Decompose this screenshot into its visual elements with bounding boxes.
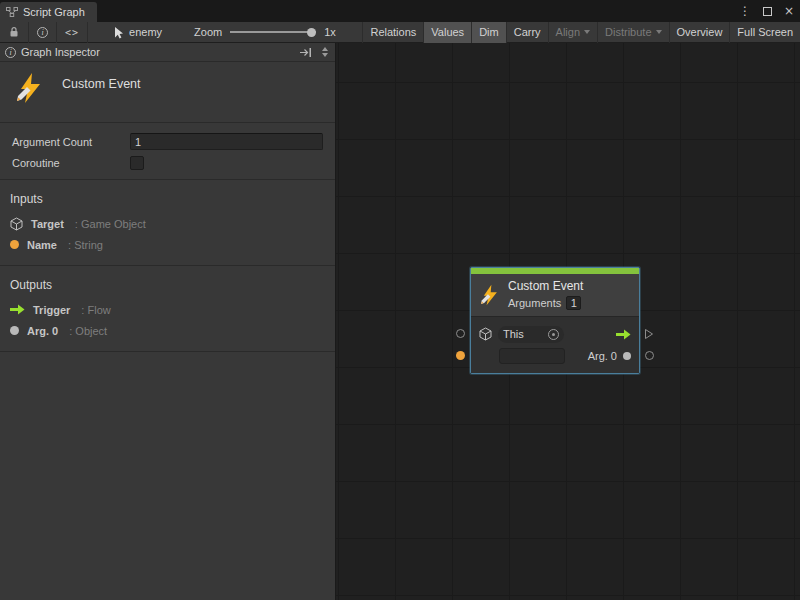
window-controls: ⋮ ×	[739, 0, 794, 22]
arg0-input[interactable]	[499, 348, 565, 364]
dim-button[interactable]: Dim	[471, 22, 506, 43]
input-type: : Game Object	[72, 218, 146, 230]
node-row-arg0: Arg. 0	[479, 346, 631, 366]
output-name: Trigger	[33, 304, 70, 316]
this-object-field[interactable]: This	[498, 326, 564, 343]
node-row-target: This	[479, 324, 631, 344]
flow-port-triangle-icon	[644, 328, 654, 340]
string-dot-icon	[456, 351, 465, 360]
node-body: This Arg. 0	[471, 316, 639, 373]
cube-icon	[479, 327, 492, 341]
flow-arrow-icon	[616, 329, 631, 340]
node-arguments-count[interactable]: 1	[566, 296, 581, 310]
arg0-output-port[interactable]	[645, 351, 654, 360]
graph-inspector-panel: i Graph Inspector Custom Event Argument …	[0, 43, 336, 600]
coroutine-row: Coroutine	[12, 152, 323, 173]
inputs-section: Inputs Target : Game Object Name : Strin…	[0, 180, 335, 265]
inspector-toggle-button[interactable]: i	[29, 22, 57, 43]
flow-arrow-icon	[10, 304, 25, 315]
carry-button[interactable]: Carry	[506, 22, 548, 43]
close-icon[interactable]: ×	[784, 5, 794, 17]
outputs-section: Outputs Trigger : Flow Arg. 0 : Object	[0, 266, 335, 351]
scroll-up-icon[interactable]	[322, 47, 328, 51]
event-header: Custom Event	[0, 62, 335, 122]
align-dropdown[interactable]: Align	[548, 22, 597, 43]
this-value: This	[503, 328, 524, 340]
code-icon: <>	[65, 27, 79, 38]
input-row-name: Name : String	[0, 234, 335, 255]
zoom-value: 1x	[324, 26, 336, 38]
graph-toolbar: i <> enemy Zoom 1x Relations Values Dim …	[0, 22, 800, 43]
trigger-output-port[interactable]	[644, 328, 654, 340]
info-icon: i	[5, 47, 16, 58]
output-row-arg0: Arg. 0 : Object	[0, 320, 335, 341]
lock-button[interactable]	[0, 22, 29, 43]
cube-icon	[10, 217, 23, 231]
output-row-trigger: Trigger : Flow	[0, 299, 335, 320]
output-name: Arg. 0	[27, 325, 58, 337]
zoom-control: Zoom 1x	[194, 22, 336, 43]
inspector-header: i Graph Inspector	[0, 43, 335, 62]
node-header[interactable]: Custom Event Arguments 1	[471, 274, 639, 316]
output-type: : Flow	[78, 304, 110, 316]
code-view-button[interactable]: <>	[57, 22, 88, 43]
overview-button[interactable]: Overview	[669, 22, 730, 43]
event-title: Custom Event	[62, 77, 141, 91]
argument-count-input[interactable]	[130, 133, 323, 150]
distribute-dropdown[interactable]: Distribute	[597, 22, 668, 43]
argument-count-label: Argument Count	[12, 136, 130, 148]
window-tab-bar: Script Graph ⋮ ×	[0, 0, 800, 22]
node-title: Custom Event	[508, 279, 583, 293]
inspector-title: Graph Inspector	[21, 46, 100, 58]
string-dot-icon	[10, 240, 19, 249]
custom-event-icon	[479, 283, 501, 307]
argument-count-row: Argument Count	[12, 131, 323, 152]
zoom-slider[interactable]	[230, 22, 316, 43]
port-circle-icon	[645, 351, 654, 360]
node-arguments-label: Arguments	[508, 297, 561, 309]
object-picker-icon[interactable]	[548, 329, 559, 340]
arg0-label: Arg. 0	[588, 350, 617, 362]
info-icon: i	[37, 27, 48, 38]
input-name: Target	[31, 218, 64, 230]
maximize-icon[interactable]	[763, 7, 772, 16]
object-dot-icon	[623, 352, 631, 360]
coroutine-checkbox[interactable]	[130, 156, 144, 170]
object-dot-icon	[10, 326, 19, 335]
tab-title: Script Graph	[23, 6, 85, 18]
tab-script-graph[interactable]: Script Graph	[0, 2, 97, 22]
zoom-label: Zoom	[194, 26, 222, 38]
dock-inspector-icon[interactable]	[299, 47, 313, 58]
zoom-slider-track	[230, 31, 316, 33]
values-button[interactable]: Values	[423, 22, 471, 43]
pane-scroll-arrows[interactable]	[322, 47, 330, 57]
toolbar-buttons: Relations Values Dim Carry Align Distrib…	[362, 22, 800, 43]
distribute-label: Distribute	[605, 26, 651, 38]
event-fields: Argument Count Coroutine	[0, 123, 335, 179]
inputs-title: Inputs	[0, 186, 335, 213]
custom-event-node[interactable]: Custom Event Arguments 1 This	[470, 267, 640, 374]
graph-breadcrumb[interactable]: enemy	[106, 22, 168, 43]
graph-canvas[interactable]: Custom Event Arguments 1 This	[336, 43, 800, 600]
graph-asset-icon	[112, 26, 124, 39]
dropdown-arrow-icon	[584, 30, 590, 34]
lock-icon	[8, 26, 20, 38]
name-input-port[interactable]	[456, 351, 465, 360]
dropdown-arrow-icon	[656, 30, 662, 34]
port-circle-icon	[456, 329, 465, 338]
divider	[0, 351, 335, 352]
input-type: : String	[65, 239, 103, 251]
script-graph-icon	[6, 6, 18, 18]
zoom-slider-thumb[interactable]	[307, 28, 316, 37]
input-row-target: Target : Game Object	[0, 213, 335, 234]
coroutine-label: Coroutine	[12, 157, 130, 169]
scroll-down-icon[interactable]	[322, 53, 328, 57]
menu-icon[interactable]: ⋮	[739, 5, 751, 17]
relations-button[interactable]: Relations	[362, 22, 423, 43]
this-input-port[interactable]	[456, 329, 465, 338]
outputs-title: Outputs	[0, 272, 335, 299]
custom-event-icon	[14, 72, 46, 104]
fullscreen-button[interactable]: Full Screen	[729, 22, 800, 43]
input-name: Name	[27, 239, 57, 251]
output-type: : Object	[66, 325, 107, 337]
